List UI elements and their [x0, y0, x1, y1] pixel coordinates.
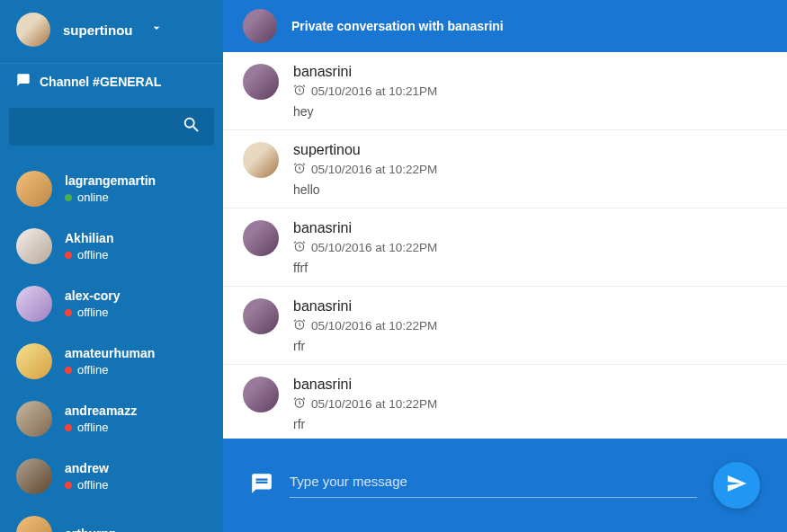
channel-name: Channel #GENERAL [40, 75, 161, 89]
contact-name: andrew [65, 461, 109, 475]
clock-icon [293, 84, 306, 99]
message-author: banasrini [293, 220, 437, 236]
chat-icon [16, 73, 31, 90]
current-user-avatar [16, 13, 50, 47]
channel-link[interactable]: Channel #GENERAL [0, 63, 223, 99]
contact-status: offline [65, 478, 109, 492]
contact-avatar [16, 171, 52, 207]
contact-name: amateurhuman [65, 346, 155, 360]
conversation-avatar [243, 9, 277, 43]
contact-item[interactable]: arthurnn [0, 505, 223, 532]
message-item: supertinou 05/10/2016 at 10:22PM hello [223, 130, 787, 208]
message-text: hey [293, 104, 437, 119]
contact-item[interactable]: lagrangemartin online [0, 160, 223, 217]
contact-item[interactable]: andrew offline [0, 448, 223, 505]
status-dot-icon [65, 309, 72, 316]
message-text: ffrf [293, 261, 437, 275]
message-composer [223, 439, 787, 532]
contact-name: Akhilian [65, 231, 113, 245]
message-avatar [243, 377, 279, 412]
contact-avatar [16, 401, 52, 437]
message-item: banasrini 05/10/2016 at 10:22PM rfr [223, 365, 787, 439]
message-avatar [243, 64, 279, 100]
contact-status: online [65, 191, 156, 204]
message-timestamp: 05/10/2016 at 10:22PM [293, 162, 437, 177]
contact-avatar [16, 516, 52, 532]
message-timestamp: 05/10/2016 at 10:21PM [293, 84, 437, 99]
contact-item[interactable]: alex-cory offline [0, 275, 223, 332]
message-timestamp: 05/10/2016 at 10:22PM [293, 318, 437, 333]
conversation-title: Private conversation with banasrini [291, 19, 504, 33]
contact-name: andreamazz [65, 403, 137, 418]
contact-avatar [16, 228, 52, 264]
message-text: rfr [293, 339, 437, 353]
clock-icon [293, 162, 306, 177]
search-input[interactable] [22, 120, 182, 134]
message-timestamp: 05/10/2016 at 10:22PM [293, 240, 437, 255]
status-dot-icon [65, 424, 72, 431]
compose-input-wrap [290, 474, 697, 498]
clock-icon [293, 318, 306, 333]
contact-name: alex-cory [65, 288, 120, 303]
contact-avatar [16, 286, 52, 322]
contact-item[interactable]: Akhilian offline [0, 217, 223, 275]
message-text: hello [293, 182, 437, 197]
message-author: banasrini [293, 298, 437, 315]
send-button[interactable] [713, 462, 760, 509]
message-item: banasrini 05/10/2016 at 10:21PM hey [223, 52, 787, 130]
search-icon [182, 115, 201, 138]
conversation-header: Private conversation with banasrini [223, 0, 787, 52]
send-icon [726, 473, 747, 498]
compose-input[interactable] [290, 474, 697, 489]
status-dot-icon [65, 482, 72, 489]
contact-status: offline [65, 421, 137, 434]
status-dot-icon [65, 194, 72, 201]
contact-status: offline [65, 306, 120, 319]
contacts-list: lagrangemartin online Akhilian offline a… [0, 160, 223, 532]
message-icon [250, 472, 273, 499]
message-item: banasrini 05/10/2016 at 10:22PM rfr [223, 287, 787, 365]
main-area: Private conversation with banasrini bana… [223, 0, 787, 532]
message-timestamp: 05/10/2016 at 10:22PM [293, 396, 437, 412]
sidebar: supertinou Channel #GENERAL lagrangemart… [0, 0, 223, 532]
contact-avatar [16, 458, 52, 494]
chevron-down-icon [149, 21, 164, 39]
search-container [0, 99, 223, 160]
contact-avatar [16, 343, 52, 379]
message-author: banasrini [293, 64, 437, 80]
messages-list[interactable]: banasrini 05/10/2016 at 10:21PM hey supe… [223, 52, 787, 439]
contact-status: offline [65, 363, 155, 377]
message-author: supertinou [293, 142, 437, 158]
search-box[interactable] [9, 108, 214, 146]
contact-status: offline [65, 248, 113, 262]
current-user-name: supertinou [63, 22, 133, 38]
message-avatar [243, 220, 279, 256]
current-user-menu[interactable]: supertinou [0, 0, 223, 63]
status-dot-icon [65, 367, 72, 374]
contact-item[interactable]: amateurhuman offline [0, 332, 223, 390]
contact-name: arthurnn [65, 527, 117, 532]
message-item: banasrini 05/10/2016 at 10:22PM ffrf [223, 208, 787, 287]
message-author: banasrini [293, 377, 437, 393]
message-text: rfr [293, 417, 437, 431]
message-avatar [243, 142, 279, 178]
status-dot-icon [65, 252, 72, 259]
clock-icon [293, 240, 306, 255]
message-avatar [243, 298, 279, 334]
contact-item[interactable]: andreamazz offline [0, 390, 223, 448]
clock-icon [293, 396, 306, 412]
contact-name: lagrangemartin [65, 173, 156, 188]
